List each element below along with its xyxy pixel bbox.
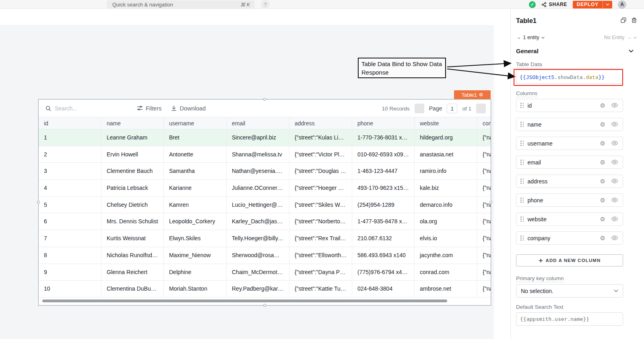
column-settings-icon[interactable]: ⚙ — [600, 140, 605, 146]
column-settings-icon[interactable]: ⚙ — [600, 102, 605, 108]
primary-key-select[interactable]: No selection. — [516, 284, 623, 297]
drag-handle-icon[interactable] — [520, 160, 524, 165]
drag-handle-icon[interactable] — [520, 235, 524, 241]
pagination: 10 Records Page of 1 — [382, 100, 486, 117]
table-row[interactable]: 1Leanne GrahamBretSincere@april.biz{"str… — [39, 129, 491, 146]
column-header-id[interactable]: id — [39, 117, 101, 129]
drag-handle-icon[interactable] — [520, 103, 524, 108]
page-number-input[interactable] — [447, 104, 457, 113]
column-settings-icon[interactable]: ⚙ — [600, 216, 605, 222]
incoming-entities-dropdown[interactable]: → 1 entity — [516, 35, 545, 40]
column-card-id[interactable]: id⚙ — [516, 99, 623, 112]
copy-widget-icon[interactable] — [621, 17, 626, 23]
column-visibility-eye-icon[interactable] — [611, 159, 618, 165]
table-search-input[interactable] — [55, 105, 111, 112]
column-settings-icon[interactable]: ⚙ — [600, 235, 605, 241]
column-header-website[interactable]: website — [415, 117, 477, 129]
help-button[interactable]: ? — [261, 0, 270, 9]
cell-phone: 1-477-935-8478 x6430 — [352, 213, 415, 230]
cell-website: jacynthe.com — [415, 247, 477, 264]
cell-phone: 024-648-3804 — [352, 281, 415, 297]
column-card-company[interactable]: company⚙ — [516, 231, 623, 245]
column-card-label: username — [528, 140, 600, 147]
saved-check-icon: ✓ — [529, 1, 536, 8]
table-row[interactable]: 6Mrs. Dennis SchulistLeopoldo_CorkeryKar… — [39, 213, 491, 230]
deploy-button[interactable]: DEPLOY — [573, 1, 612, 8]
column-visibility-eye-icon[interactable] — [611, 197, 618, 203]
drag-handle-icon[interactable] — [520, 179, 524, 184]
column-visibility-eye-icon[interactable] — [611, 140, 618, 146]
table-search[interactable] — [45, 105, 122, 112]
drag-handle-icon[interactable] — [520, 122, 524, 127]
cell-email: Sherwood@rosamond.me — [227, 247, 289, 264]
prev-page-button[interactable] — [415, 104, 424, 113]
columns-label: Columns — [516, 90, 537, 97]
table-data-label: Table Data — [516, 61, 542, 68]
cell-company: {"name":"Considine-Lockman"} — [477, 213, 491, 230]
quick-search-input[interactable]: Quick search & navigation ⌘ K — [107, 0, 255, 8]
widget-name-tag[interactable]: Table1 ⚙ — [454, 90, 491, 99]
resize-handle-bottom[interactable] — [263, 304, 266, 307]
column-settings-icon[interactable]: ⚙ — [600, 197, 605, 203]
resize-handle-left[interactable] — [37, 201, 40, 204]
column-visibility-eye-icon[interactable] — [611, 216, 618, 222]
column-settings-icon[interactable]: ⚙ — [600, 121, 605, 127]
share-button[interactable]: SHARE — [541, 2, 567, 7]
column-header-username[interactable]: username — [164, 117, 227, 129]
column-settings-icon[interactable]: ⚙ — [600, 159, 605, 165]
chevron-down-icon — [629, 50, 634, 52]
cell-id: 9 — [39, 264, 101, 281]
resize-handle-right[interactable] — [489, 201, 492, 204]
table-row[interactable]: 7Kurtis WeissnatElwyn.SkilesTelly.Hoeger… — [39, 230, 491, 247]
widget-settings-icon[interactable]: ⚙ — [479, 92, 483, 98]
column-card-website[interactable]: website⚙ — [516, 212, 623, 226]
deploy-chevron-icon[interactable] — [603, 3, 612, 6]
default-search-input[interactable] — [516, 312, 623, 326]
table-row[interactable]: 3Clementine BauchSamanthaNathan@yesenia.… — [39, 163, 491, 180]
column-visibility-eye-icon[interactable] — [611, 178, 618, 184]
table-row[interactable]: 8Nicholas Runolfsdottir VMaxime_NienowSh… — [39, 247, 491, 264]
table-header-row: idnameusernameemailaddressphonewebsiteco… — [39, 117, 491, 129]
table-row[interactable]: 5Chelsey DietrichKamrenLucio_Hettinger@a… — [39, 197, 491, 214]
avatar[interactable]: A — [618, 0, 626, 9]
column-card-label: name — [528, 121, 600, 128]
column-header-address[interactable]: address — [289, 117, 352, 129]
column-visibility-eye-icon[interactable] — [611, 235, 618, 241]
drag-handle-icon[interactable] — [520, 216, 524, 222]
primary-key-label: Primary key column — [516, 275, 564, 282]
column-header-company[interactable]: company — [477, 117, 491, 129]
table-row[interactable]: 10Clementina DuBuqueMoriah.StantonRey.Pa… — [39, 281, 491, 297]
table-row[interactable]: 4Patricia LebsackKarianneJulianne.OConne… — [39, 180, 491, 197]
resize-handle-top[interactable] — [263, 98, 266, 101]
table-data-binding-input[interactable]: {{JSObject5.showData.data}} — [516, 70, 623, 84]
column-header-email[interactable]: email — [227, 117, 289, 129]
table-widget[interactable]: Filters Download 10 Records Page of 1 — [38, 99, 491, 306]
chevron-down-icon — [541, 37, 545, 39]
add-new-column-button[interactable]: ADD A NEW COLUMN — [516, 254, 623, 266]
table-row[interactable]: 9Glenna ReichertDelphineChaim_McDermott@… — [39, 264, 491, 281]
general-section-header[interactable]: General — [516, 48, 634, 54]
table-row[interactable]: 2Ervin HowellAntonetteShanna@melissa.tv{… — [39, 146, 491, 163]
column-visibility-eye-icon[interactable] — [611, 121, 618, 127]
column-card-phone[interactable]: phone⚙ — [516, 193, 623, 207]
drag-handle-icon[interactable] — [520, 198, 524, 203]
column-header-name[interactable]: name — [101, 117, 164, 129]
next-page-button[interactable] — [476, 104, 486, 113]
column-visibility-eye-icon[interactable] — [611, 102, 618, 108]
column-card-address[interactable]: address⚙ — [516, 175, 623, 188]
column-header-phone[interactable]: phone — [352, 117, 415, 129]
delete-widget-icon[interactable] — [632, 17, 637, 23]
column-card-email[interactable]: email⚙ — [516, 156, 623, 169]
deploy-label: DEPLOY — [573, 2, 603, 7]
filters-button[interactable]: Filters — [137, 105, 161, 112]
table-horizontal-scrollbar[interactable] — [42, 299, 447, 302]
drag-handle-icon[interactable] — [520, 141, 524, 146]
download-button[interactable]: Download — [171, 105, 206, 112]
column-settings-icon[interactable]: ⚙ — [600, 178, 605, 184]
annotation-callout: Table Data Bind to Show Data Response — [358, 58, 446, 78]
cell-username: Antonette — [164, 146, 227, 163]
cell-id: 10 — [39, 281, 101, 297]
outgoing-entities-dropdown[interactable]: No Entity → — [604, 35, 637, 40]
column-card-name[interactable]: name⚙ — [516, 118, 623, 131]
column-card-username[interactable]: username⚙ — [516, 137, 623, 150]
